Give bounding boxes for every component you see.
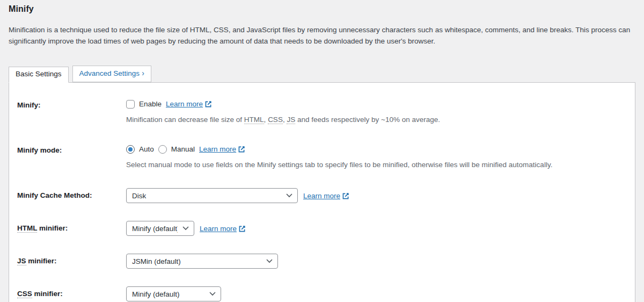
tab-basic-settings[interactable]: Basic Settings <box>9 67 69 83</box>
chevron-right-icon: › <box>142 69 144 77</box>
external-link-icon <box>238 225 246 233</box>
settings-tab-bar: Basic Settings Advanced Settings› <box>9 66 635 82</box>
external-link-icon <box>238 145 246 153</box>
minify-enable-checkbox-label[interactable]: Enable <box>139 100 162 108</box>
minify-mode-learn-more-link[interactable]: Learn more <box>199 145 246 153</box>
js-minifier-select[interactable]: JSMin (default) <box>126 254 278 269</box>
tab-advanced-settings-label: Advanced Settings <box>79 69 140 77</box>
minify-cache-method-row: Minify Cache Method: Disk Learn more <box>17 188 626 203</box>
minify-cache-method-learn-more-link[interactable]: Learn more <box>303 192 350 200</box>
external-link-icon <box>342 192 350 200</box>
page-title: Minify <box>9 4 635 14</box>
css-acronym: CSS <box>17 290 32 298</box>
minify-settings-page: Minify Minification is a technique used … <box>0 0 644 302</box>
minify-mode-row: Minify mode: Auto Manual Learn more Sele… <box>17 143 626 170</box>
html-minifier-learn-more-link[interactable]: Learn more <box>200 225 246 233</box>
css-acronym: CSS <box>268 116 283 124</box>
html-minifier-row: HTML minifier: Minify (default) Learn mo… <box>17 221 626 236</box>
html-minifier-select[interactable]: Minify (default) <box>126 221 194 236</box>
css-minifier-row: CSS minifier: Minify (default) <box>17 286 626 301</box>
page-description: Minification is a technique used to redu… <box>9 25 635 47</box>
minify-enable-row-label: Minify: <box>17 98 126 125</box>
tab-advanced-settings[interactable]: Advanced Settings› <box>72 66 151 82</box>
minify-enable-checkbox[interactable] <box>126 100 135 109</box>
minify-cache-method-row-label: Minify Cache Method: <box>17 188 126 203</box>
js-acronym: JS <box>287 116 295 124</box>
css-minifier-row-label: CSS minifier: <box>17 286 126 301</box>
basic-settings-panel: Minify: Enable Learn more Minification c… <box>9 82 635 302</box>
js-minifier-row-label: JS minifier: <box>17 254 126 269</box>
js-minifier-row: JS minifier: JSMin (default) <box>17 254 626 269</box>
minify-enable-row: Minify: Enable Learn more Minification c… <box>17 98 626 125</box>
minify-mode-auto-radio[interactable] <box>126 145 135 154</box>
minify-mode-description: Select manual mode to use fields on the … <box>126 160 626 170</box>
minify-mode-row-label: Minify mode: <box>17 143 126 170</box>
css-minifier-select[interactable]: Minify (default) <box>126 286 221 301</box>
minify-mode-manual-radio[interactable] <box>158 145 167 154</box>
minify-enable-description: Minification can decrease file size of H… <box>126 114 626 125</box>
html-acronym: HTML <box>244 116 264 124</box>
external-link-icon <box>204 100 213 108</box>
html-acronym: HTML <box>17 224 37 233</box>
minify-enable-learn-more-link[interactable]: Learn more <box>166 100 213 108</box>
tab-basic-settings-label: Basic Settings <box>16 70 62 78</box>
minify-mode-auto-label[interactable]: Auto <box>139 145 154 153</box>
js-acronym: JS <box>17 257 26 265</box>
minify-cache-method-select[interactable]: Disk <box>126 188 298 203</box>
minify-mode-manual-label[interactable]: Manual <box>171 145 195 153</box>
html-minifier-row-label: HTML minifier: <box>17 221 126 236</box>
